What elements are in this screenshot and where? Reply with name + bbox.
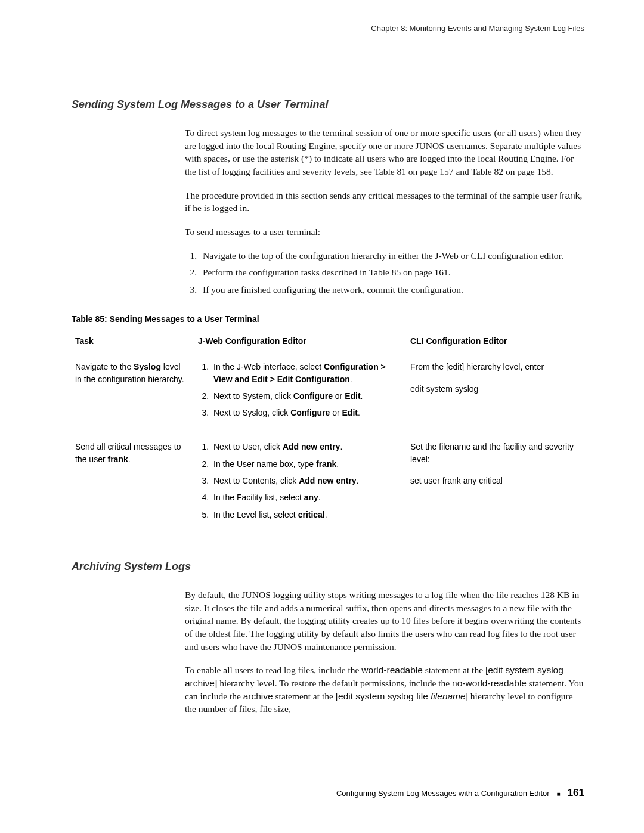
text: statement at the <box>423 665 485 675</box>
statement: archive <box>243 691 273 701</box>
text: . <box>340 442 342 451</box>
hierarchy-level: [edit system syslog file <box>336 691 431 701</box>
text: . <box>350 374 352 384</box>
page-number: 161 <box>568 787 584 799</box>
paragraph: By default, the JUNOS logging utility st… <box>185 589 584 653</box>
text: Next to Contents, click <box>213 476 299 485</box>
paragraph: To enable all users to read log files, i… <box>185 664 584 716</box>
substep: In the Facility list, select any. <box>211 491 401 503</box>
text: Send all <box>75 442 107 451</box>
text: To enable all users to read log files, i… <box>185 665 361 675</box>
substep: In the J-Web interface, select Configura… <box>211 361 401 385</box>
text: or <box>333 391 345 401</box>
text: In the User name box, type <box>213 459 316 469</box>
text: In the Level list, select <box>213 510 298 519</box>
bold-text: Edit <box>342 408 358 417</box>
substep: Next to User, click Add new entry. <box>211 441 401 453</box>
text: The procedure provided in this section s… <box>185 190 559 200</box>
paragraph: The procedure provided in this section s… <box>185 189 584 215</box>
footer-text: Configuring System Log Messages with a C… <box>336 789 550 798</box>
table-row: Navigate to the Syslog level in the conf… <box>72 352 584 432</box>
cli-command: set user frank any critical <box>410 475 578 487</box>
text: . <box>357 476 359 485</box>
text: . <box>128 454 131 464</box>
bold-text: any <box>304 493 318 502</box>
bold-text: frank <box>107 454 128 464</box>
bold-text: Configure <box>293 391 333 401</box>
text: . <box>325 510 327 519</box>
substep: In the User name box, type frank. <box>211 458 401 470</box>
text: . <box>361 391 363 401</box>
statement: world-readable <box>361 665 423 675</box>
paragraph: To direct system log messages to the ter… <box>185 126 584 178</box>
cli-cell: Set the filename and the facility and se… <box>407 432 584 534</box>
cli-command: edit system syslog <box>410 383 578 395</box>
bold-text: Add new entry <box>283 442 340 451</box>
bold-text: Syslog <box>134 362 161 371</box>
step: Navigate to the top of the configuration… <box>199 249 584 262</box>
text: In the Facility list, select <box>213 493 304 502</box>
text: Next to System, click <box>213 391 293 401</box>
col-header-task: Task <box>72 330 194 352</box>
substep: Next to Syslog, click Configure or Edit. <box>211 407 401 419</box>
step: If you are finished configuring the netw… <box>199 283 584 296</box>
text: statement at the <box>273 691 336 701</box>
jweb-cell: In the J-Web interface, select Configura… <box>194 352 407 432</box>
table-85: Task J-Web Configuration Editor CLI Conf… <box>72 330 584 534</box>
table-row: Send all critical messages to the user f… <box>72 432 584 534</box>
text: hierarchy level. To restore the default … <box>217 678 452 688</box>
col-header-cli: CLI Configuration Editor <box>407 330 584 352</box>
text: Next to User, click <box>213 442 283 451</box>
text: . <box>318 493 321 502</box>
text: From the <box>410 362 446 371</box>
bold-text: Add new entry <box>299 476 356 485</box>
substep: In the Level list, select critical. <box>211 509 401 521</box>
task-cell: Send all critical messages to the user f… <box>72 432 194 534</box>
bold-text: Configure <box>290 408 330 417</box>
text: . <box>358 408 360 417</box>
page-footer: Configuring System Log Messages with a C… <box>72 787 584 799</box>
paragraph: To send messages to a user terminal: <box>185 225 584 239</box>
text: In the J-Web interface, select <box>213 362 324 371</box>
section-title-archiving: Archiving System Logs <box>72 561 584 573</box>
substep: Next to Contents, click Add new entry. <box>211 475 401 487</box>
text: hierarchy level, enter <box>464 362 544 371</box>
substep: Next to System, click Configure or Edit. <box>211 390 401 402</box>
variable-filename: filename <box>431 691 466 701</box>
col-header-jweb: J-Web Configuration Editor <box>194 330 407 352</box>
text: Set the filename and the facility and se… <box>410 441 578 465</box>
jweb-cell: Next to User, click Add new entry. In th… <box>194 432 407 534</box>
text: [edit] <box>446 362 464 371</box>
text: critical <box>107 442 131 451</box>
bold-text: critical <box>298 510 325 519</box>
text: . <box>336 459 339 469</box>
step: Perform the configuration tasks describe… <box>199 266 584 279</box>
text: or <box>330 408 342 417</box>
task-cell: Navigate to the Syslog level in the conf… <box>72 352 194 432</box>
statement: no-world-readable <box>452 678 527 688</box>
text: Next to Syslog, click <box>213 408 290 417</box>
section-title-sending: Sending System Log Messages to a User Te… <box>72 98 584 111</box>
text: Navigate to the <box>75 362 134 371</box>
table-title: Table 85: Sending Messages to a User Ter… <box>72 314 584 324</box>
username-frank: frank <box>559 190 580 200</box>
square-icon: ■ <box>557 791 561 797</box>
cli-cell: From the [edit] hierarchy level, enter e… <box>407 352 584 432</box>
bold-text: Edit <box>345 391 360 401</box>
bold-text: frank <box>316 459 336 469</box>
procedure-steps: Navigate to the top of the configuration… <box>185 249 584 296</box>
chapter-header: Chapter 8: Monitoring Events and Managin… <box>72 24 584 33</box>
